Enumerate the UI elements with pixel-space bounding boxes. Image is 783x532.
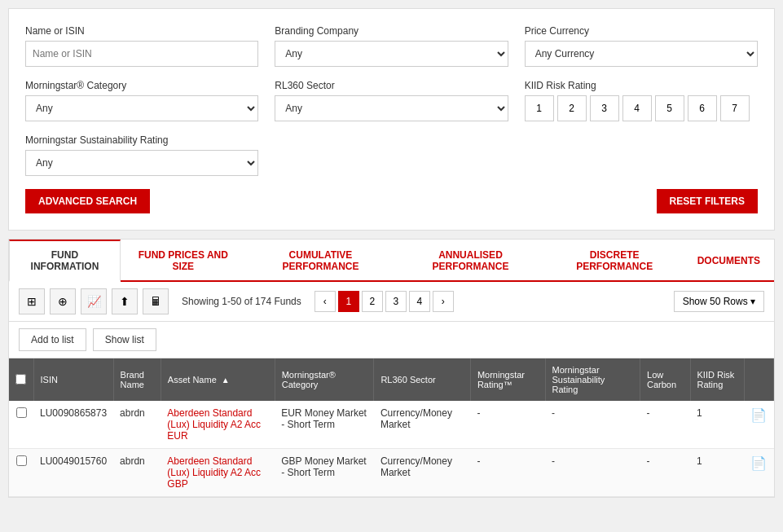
search-panel: Name or ISIN Branding Company Any Price … <box>8 8 775 231</box>
kiid-btn-4[interactable]: 4 <box>622 95 652 121</box>
row-checkbox[interactable] <box>16 407 27 418</box>
row-doc: 📄 <box>744 449 773 497</box>
doc-icon[interactable]: 📄 <box>750 408 767 422</box>
kiid-btn-5[interactable]: 5 <box>655 95 684 121</box>
row-isin: LU0090865873 <box>33 401 113 449</box>
name-label: Name or ISIN <box>25 25 258 37</box>
tab-fund-information[interactable]: FUND INFORMATION <box>9 240 121 282</box>
name-input[interactable] <box>25 41 258 67</box>
col-morningstar-rating: Morningstar Rating™ <box>470 358 545 401</box>
col-morningstar-cat: Morningstar® Category <box>275 358 374 401</box>
kiid-btn-6[interactable]: 6 <box>688 95 717 121</box>
tool-chart-button[interactable]: 📈 <box>81 288 107 314</box>
page-btn-2[interactable]: 2 <box>362 291 383 312</box>
morningstar-category-field-group: Morningstar® Category Any <box>25 80 258 121</box>
page-btn-4[interactable]: 4 <box>409 291 430 312</box>
fund-link[interactable]: Aberdeen Standard (Lux) Liquidity A2 Acc… <box>167 407 261 442</box>
table-header-row: ISIN Brand Name Asset Name ▲ Morningstar… <box>9 358 774 401</box>
page-btn-1[interactable]: 1 <box>338 291 359 312</box>
col-checkbox <box>9 358 33 401</box>
row-brand: abrdn <box>113 449 161 497</box>
prev-page-button[interactable]: ‹ <box>315 291 336 312</box>
tab-fund-prices[interactable]: FUND PRICES AND SIZE <box>121 240 246 280</box>
morningstar-category-select[interactable]: Any <box>25 95 258 121</box>
col-rl360-sector: RL360 Sector <box>374 358 470 401</box>
sort-arrow-icon: ▲ <box>222 376 230 385</box>
tab-discrete-performance[interactable]: DISCRETE PERFORMANCE <box>546 240 684 280</box>
search-actions: ADVANCED SEARCH RESET FILTERS <box>25 189 758 213</box>
sustainability-field-group: Morningstar Sustainability Rating Any <box>25 134 258 176</box>
page-btn-3[interactable]: 3 <box>385 291 407 312</box>
pagination: ‹ 1 2 3 4 › <box>315 291 454 312</box>
tool-calculator-button[interactable]: 🖩 <box>143 288 169 314</box>
tab-annualised-performance[interactable]: ANNUALISED PERFORMANCE <box>395 240 545 280</box>
kiid-btn-2[interactable]: 2 <box>557 95 587 121</box>
results-panel: FUND INFORMATION FUND PRICES AND SIZE CU… <box>8 239 775 498</box>
row-low-carbon: - <box>640 449 690 497</box>
price-currency-field-group: Price Currency Any Currency <box>525 25 758 67</box>
select-all-checkbox[interactable] <box>15 374 26 385</box>
row-morningstar-rating: - <box>470 401 545 449</box>
reset-filters-button[interactable]: RESET FILTERS <box>657 189 758 213</box>
kiid-btn-7[interactable]: 7 <box>720 95 750 121</box>
row-checkbox[interactable] <box>16 455 27 466</box>
tool-compare-button[interactable]: ⊞ <box>19 288 45 314</box>
show-rows-button[interactable]: Show 50 Rows ▾ <box>674 291 764 312</box>
tool-export-button[interactable]: ⬆ <box>112 288 138 314</box>
tab-documents[interactable]: DOCUMENTS <box>684 240 774 280</box>
show-list-button[interactable]: Show list <box>93 328 156 351</box>
funds-table: ISIN Brand Name Asset Name ▲ Morningstar… <box>9 358 774 497</box>
kiid-btn-3[interactable]: 3 <box>590 95 619 121</box>
table-row: LU0049015760 abrdn Aberdeen Standard (Lu… <box>9 449 774 497</box>
row-morningstar-rating: - <box>470 449 545 497</box>
row-isin: LU0049015760 <box>33 449 113 497</box>
branding-select[interactable]: Any <box>275 41 508 67</box>
row-morningstar-cat: EUR Money Market - Short Term <box>275 401 374 449</box>
list-actions: Add to list Show list <box>9 322 774 358</box>
kiid-field-group: KIID Risk Rating 1 2 3 4 5 6 7 <box>525 80 758 121</box>
row-checkbox-cell <box>9 401 33 449</box>
rl360-sector-label: RL360 Sector <box>275 80 508 91</box>
col-kiid: KIID Risk Rating <box>690 358 744 401</box>
branding-field-group: Branding Company Any <box>275 25 508 67</box>
kiid-rating-buttons: 1 2 3 4 5 6 7 <box>525 95 758 121</box>
col-sustainability: Morningstar Sustainability Rating <box>545 358 640 401</box>
branding-label: Branding Company <box>275 25 508 37</box>
rl360-sector-field-group: RL360 Sector Any <box>275 80 508 121</box>
tool-add-button[interactable]: ⊕ <box>50 288 76 314</box>
row-asset-name: Aberdeen Standard (Lux) Liquidity A2 Acc… <box>161 449 275 497</box>
add-to-list-button[interactable]: Add to list <box>19 328 86 351</box>
showing-text: Showing 1-50 of 174 Funds <box>182 296 301 307</box>
row-low-carbon: - <box>640 401 690 449</box>
next-page-button[interactable]: › <box>433 291 454 312</box>
sustainability-select[interactable]: Any <box>25 150 258 176</box>
table-row: LU0090865873 abrdn Aberdeen Standard (Lu… <box>9 401 774 449</box>
tabs-bar: FUND INFORMATION FUND PRICES AND SIZE CU… <box>9 240 774 282</box>
row-checkbox-cell <box>9 449 33 497</box>
col-low-carbon: Low Carbon <box>640 358 690 401</box>
col-asset-name[interactable]: Asset Name ▲ <box>161 358 275 401</box>
col-doc <box>744 358 773 401</box>
row-sustainability: - <box>545 449 640 497</box>
col-isin: ISIN <box>33 358 113 401</box>
kiid-btn-1[interactable]: 1 <box>525 95 554 121</box>
col-brand: Brand Name <box>113 358 161 401</box>
row-asset-name: Aberdeen Standard (Lux) Liquidity A2 Acc… <box>161 401 275 449</box>
row-brand: abrdn <box>113 401 161 449</box>
row-rl360-sector: Currency/Money Market <box>374 401 470 449</box>
doc-icon[interactable]: 📄 <box>750 456 767 470</box>
toolbar-left: ⊞ ⊕ 📈 ⬆ 🖩 Showing 1-50 of 174 Funds ‹ 1 … <box>19 288 454 314</box>
price-currency-label: Price Currency <box>525 25 758 37</box>
rl360-sector-select[interactable]: Any <box>275 95 508 121</box>
price-currency-select[interactable]: Any Currency <box>525 41 758 67</box>
advanced-search-button[interactable]: ADVANCED SEARCH <box>25 189 150 213</box>
row-doc: 📄 <box>744 401 773 449</box>
fund-link[interactable]: Aberdeen Standard (Lux) Liquidity A2 Acc… <box>167 455 261 490</box>
toolbar: ⊞ ⊕ 📈 ⬆ 🖩 Showing 1-50 of 174 Funds ‹ 1 … <box>9 282 774 322</box>
kiid-label: KIID Risk Rating <box>525 80 758 91</box>
row-morningstar-cat: GBP Money Market - Short Term <box>275 449 374 497</box>
search-grid: Name or ISIN Branding Company Any Price … <box>25 25 758 176</box>
row-kiid: 1 <box>690 449 744 497</box>
tab-cumulative-performance[interactable]: CUMULATIVE PERFORMANCE <box>246 240 396 280</box>
table-body: LU0090865873 abrdn Aberdeen Standard (Lu… <box>9 401 774 497</box>
